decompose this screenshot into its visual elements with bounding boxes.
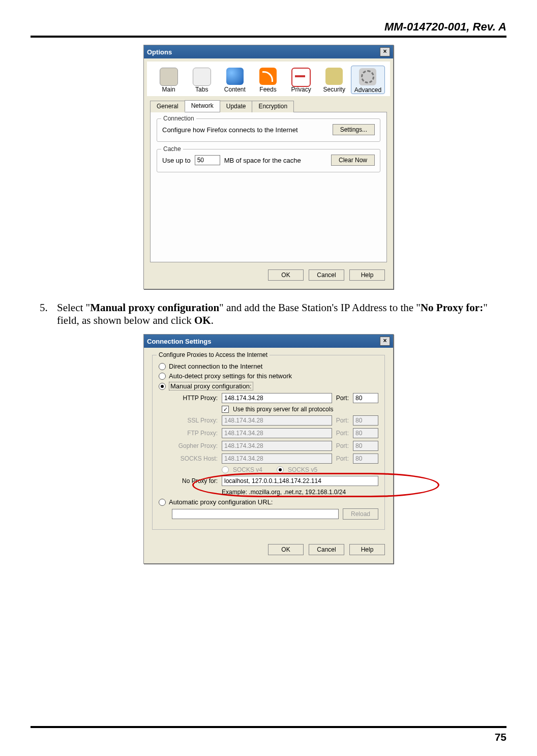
gopher-port-input (353, 441, 378, 451)
ok-button[interactable]: OK (268, 269, 304, 281)
port-label: Port: (336, 442, 349, 449)
cache-size-input[interactable] (195, 155, 220, 165)
connection-legend: Connection (161, 115, 196, 122)
cancel-button[interactable]: Cancel (309, 544, 344, 555)
no-proxy-highlight: No Proxy for: Example: .mozilla.org, .ne… (172, 476, 378, 496)
feeds-icon (259, 68, 277, 85)
radio-pac[interactable]: Automatic proxy configuration URL: (159, 498, 378, 506)
ssl-proxy-label: SSL Proxy: (172, 417, 218, 424)
network-panel: Connection Configure how Firefox connect… (150, 112, 387, 262)
tab-encryption[interactable]: Encryption (252, 101, 294, 112)
help-button[interactable]: Help (349, 544, 385, 555)
conn-titlebar: Connection Settings × (144, 335, 393, 348)
ssl-port-input (353, 415, 378, 426)
cancel-button[interactable]: Cancel (309, 269, 344, 281)
gopher-proxy-label: Gopher Proxy: (172, 442, 218, 449)
radio-manual[interactable]: Manual proxy configuration: (159, 382, 378, 390)
ok-button[interactable]: OK (268, 544, 304, 555)
cat-tabs[interactable]: Tabs (185, 66, 218, 94)
conn-title: Connection Settings (147, 338, 211, 345)
cat-security[interactable]: Security (318, 66, 351, 94)
cat-privacy[interactable]: Privacy (285, 66, 318, 94)
no-proxy-example: Example: .mozilla.org, .net.nz, 192.168.… (222, 489, 346, 496)
radio-icon (277, 466, 284, 473)
security-icon (325, 68, 343, 85)
options-dialog: Options × Main Tabs Content Feeds Privac… (143, 45, 394, 289)
cat-feeds[interactable]: Feeds (251, 66, 284, 94)
options-category-row: Main Tabs Content Feeds Privacy Security… (147, 62, 390, 96)
footer-rule (31, 726, 506, 728)
cat-content[interactable]: Content (218, 66, 251, 94)
tab-general[interactable]: General (150, 101, 185, 112)
options-titlebar: Options × (144, 45, 393, 58)
clear-now-button[interactable]: Clear Now (331, 155, 375, 166)
radio-icon (222, 466, 229, 473)
connection-text: Configure how Firefox connects to the In… (162, 126, 298, 134)
globe-icon (226, 68, 244, 85)
footer: 75 (31, 726, 506, 743)
cat-main[interactable]: Main (152, 66, 185, 94)
use-all-checkbox[interactable] (222, 406, 229, 413)
http-port-input[interactable] (353, 393, 378, 403)
conn-buttons: OK Cancel Help (144, 537, 393, 563)
ftp-port-input (353, 428, 378, 438)
tab-network[interactable]: Network (185, 100, 220, 112)
settings-button[interactable]: Settings... (333, 124, 375, 135)
no-proxy-label: No Proxy for: (172, 477, 218, 485)
options-buttons: OK Cancel Help (144, 262, 393, 289)
step-number: 5. (40, 301, 57, 327)
reload-button: Reload (343, 508, 378, 520)
gear-icon (359, 68, 376, 85)
help-button[interactable]: Help (349, 269, 385, 281)
radio-icon (159, 499, 166, 506)
connection-group: Connection Configure how Firefox connect… (157, 118, 380, 142)
page-number: 75 (31, 731, 506, 743)
radio-direct[interactable]: Direct connection to the Internet (159, 362, 378, 370)
proxy-fieldset: Configure Proxies to Access the Internet… (152, 355, 385, 530)
options-title: Options (147, 48, 172, 56)
radio-icon (159, 373, 166, 380)
socks-host-input (222, 453, 332, 464)
port-label: Port: (336, 395, 349, 402)
privacy-icon (291, 68, 311, 87)
http-proxy-label: HTTP Proxy: (172, 395, 218, 402)
socks-host-label: SOCKS Host: (172, 455, 218, 462)
tabs-icon (193, 68, 211, 86)
cache-group: Cache Use up to MB of space for the cach… (157, 149, 380, 172)
step-text: Select "Manual proxy configuration" and … (57, 301, 506, 327)
use-all-label: Use this proxy server for all protocols (233, 406, 333, 413)
advanced-tabs: General Network Update Encryption (150, 100, 387, 112)
step-5: 5. Select "Manual proxy configuration" a… (40, 301, 506, 327)
manual-proxy-form: HTTP Proxy: Port: Use this proxy server … (172, 393, 378, 496)
cat-advanced[interactable]: Advanced (351, 66, 385, 94)
close-icon[interactable]: × (380, 337, 390, 346)
conn-panel: Configure Proxies to Access the Internet… (144, 348, 393, 537)
doc-header: MM-014720-001, Rev. A (31, 20, 506, 34)
ssl-proxy-input (222, 415, 332, 426)
socks5-label: SOCKS v5 (288, 466, 317, 473)
ftp-proxy-input (222, 428, 332, 438)
cache-legend: Cache (161, 145, 183, 153)
socks-port-input (353, 453, 378, 464)
gopher-proxy-input (222, 441, 332, 451)
socks4-label: SOCKS v4 (233, 466, 262, 473)
cache-suffix: MB of space for the cache (224, 157, 301, 164)
radio-autodetect[interactable]: Auto-detect proxy settings for this netw… (159, 372, 378, 380)
pac-url-input[interactable] (172, 509, 339, 519)
radio-icon (159, 383, 166, 390)
proxy-legend: Configure Proxies to Access the Internet (157, 351, 270, 358)
no-proxy-input[interactable] (222, 476, 378, 486)
main-icon (160, 68, 178, 86)
port-label: Port: (336, 430, 349, 437)
radio-icon (159, 363, 166, 370)
header-rule-top (31, 36, 506, 38)
close-icon[interactable]: × (380, 47, 390, 56)
cache-prefix: Use up to (162, 157, 191, 164)
connection-settings-dialog: Connection Settings × Configure Proxies … (143, 334, 394, 564)
port-label: Port: (336, 417, 349, 424)
http-proxy-input[interactable] (222, 393, 332, 403)
ftp-proxy-label: FTP Proxy: (172, 430, 218, 437)
port-label: Port: (336, 455, 349, 462)
tab-update[interactable]: Update (220, 101, 253, 112)
